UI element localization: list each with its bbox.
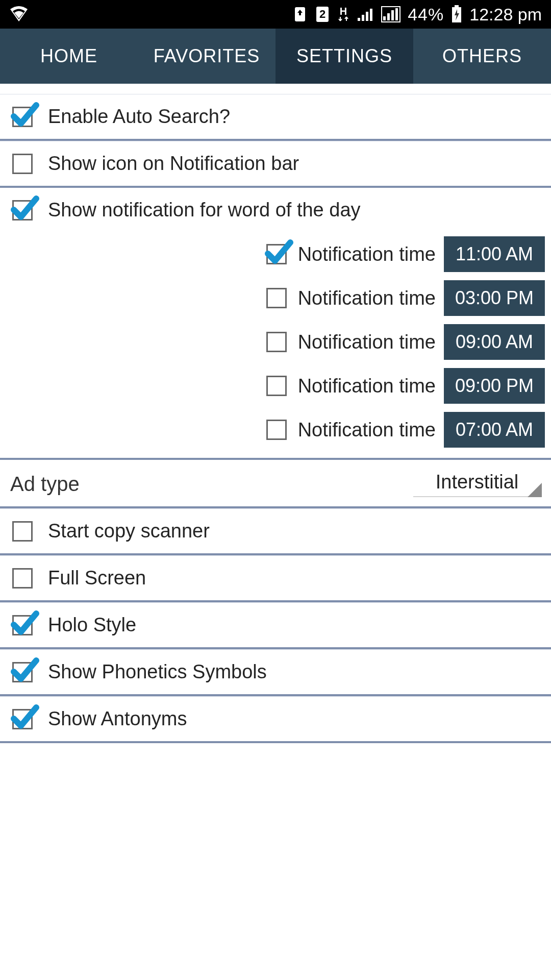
tab-favorites-label: FAVORITES [154, 45, 260, 67]
tab-others[interactable]: OTHERS [413, 29, 551, 84]
label-start-copy-scanner: Start copy scanner [48, 520, 210, 542]
label-show-wotd: Show notification for word of the day [48, 199, 361, 221]
checkbox-notif-time-1[interactable] [266, 288, 287, 308]
tab-bar: HOME FAVORITES SETTINGS OTHERS [0, 29, 551, 84]
checkbox-holo-style[interactable] [12, 615, 33, 635]
checkbox-show-phonetics[interactable] [12, 662, 33, 682]
tab-favorites[interactable]: FAVORITES [138, 29, 276, 84]
notif-time-row-0: Notification time 11:00 AM [0, 232, 551, 276]
svg-rect-4 [358, 18, 360, 21]
data-h-icon: H [337, 6, 349, 23]
notif-time-row-4: Notification time 07:00 AM [0, 408, 551, 458]
checkbox-enable-auto-search[interactable] [12, 107, 33, 127]
sim2-icon: 2 [315, 6, 330, 23]
setting-show-antonyms[interactable]: Show Antonyms [0, 696, 551, 743]
status-bar: 2 H 44% 12:28 pm [0, 0, 551, 29]
battery-percent: 44% [408, 5, 444, 24]
ad-type-value: Interstitial [436, 471, 519, 493]
checkbox-show-wotd[interactable] [12, 200, 33, 220]
setting-show-icon-notif[interactable]: Show icon on Notification bar [0, 141, 551, 188]
settings-content: Enable Auto Search? Show icon on Notific… [0, 84, 551, 743]
label-show-icon-notif: Show icon on Notification bar [48, 153, 299, 175]
checkbox-notif-time-3[interactable] [266, 376, 287, 396]
svg-rect-6 [366, 12, 368, 21]
ad-type-select[interactable]: Interstitial [413, 471, 541, 497]
svg-text:H: H [340, 6, 347, 17]
update-icon [292, 6, 308, 23]
setting-ad-type: Ad type Interstitial [0, 458, 551, 508]
checkbox-show-antonyms[interactable] [12, 709, 33, 729]
battery-charging-icon [451, 5, 462, 23]
setting-show-phonetics[interactable]: Show Phonetics Symbols [0, 649, 551, 696]
label-notif-time-1: Notification time [298, 287, 436, 309]
notif-time-row-1: Notification time 03:00 PM [0, 276, 551, 320]
time-button-0[interactable]: 11:00 AM [444, 236, 545, 272]
checkbox-full-screen[interactable] [12, 568, 33, 589]
label-holo-style: Holo Style [48, 614, 136, 636]
label-notif-time-4: Notification time [298, 419, 436, 441]
setting-full-screen[interactable]: Full Screen [0, 555, 551, 602]
checkbox-show-icon-notif[interactable] [12, 154, 33, 174]
label-enable-auto-search: Enable Auto Search? [48, 106, 230, 128]
svg-text:2: 2 [319, 8, 325, 20]
time-button-2[interactable]: 09:00 AM [444, 324, 545, 360]
label-notif-time-0: Notification time [298, 243, 436, 265]
checkbox-notif-time-4[interactable] [266, 420, 287, 440]
label-notif-time-2: Notification time [298, 331, 436, 353]
setting-enable-auto-search[interactable]: Enable Auto Search? [0, 94, 551, 141]
svg-rect-11 [391, 10, 394, 20]
tab-settings-label: SETTINGS [296, 45, 392, 67]
tab-others-label: OTHERS [442, 45, 522, 67]
svg-rect-9 [383, 16, 386, 20]
svg-rect-14 [455, 5, 459, 7]
wifi-icon [9, 6, 29, 22]
label-notif-time-3: Notification time [298, 375, 436, 397]
setting-start-copy-scanner[interactable]: Start copy scanner [0, 508, 551, 555]
checkbox-notif-time-2[interactable] [266, 332, 287, 352]
label-show-antonyms: Show Antonyms [48, 708, 187, 730]
tab-settings[interactable]: SETTINGS [276, 29, 413, 84]
svg-rect-12 [395, 8, 398, 20]
svg-rect-10 [387, 13, 390, 20]
label-show-phonetics: Show Phonetics Symbols [48, 661, 267, 683]
tab-home-label: HOME [40, 45, 97, 67]
time-button-4[interactable]: 07:00 AM [444, 412, 545, 448]
notif-time-row-2: Notification time 09:00 AM [0, 320, 551, 364]
signal-2-icon [381, 6, 400, 22]
svg-rect-7 [370, 9, 372, 21]
status-time: 12:28 pm [469, 5, 542, 24]
notif-time-row-3: Notification time 09:00 PM [0, 364, 551, 408]
time-button-1[interactable]: 03:00 PM [444, 280, 545, 316]
label-ad-type: Ad type [10, 473, 80, 496]
time-button-3[interactable]: 09:00 PM [444, 368, 545, 404]
checkbox-notif-time-0[interactable] [266, 244, 287, 264]
setting-holo-style[interactable]: Holo Style [0, 602, 551, 649]
signal-1-icon [357, 7, 374, 22]
svg-rect-5 [362, 15, 364, 21]
tab-home[interactable]: HOME [0, 29, 138, 84]
setting-show-wotd[interactable]: Show notification for word of the day [0, 188, 551, 232]
checkbox-start-copy-scanner[interactable] [12, 521, 33, 542]
label-full-screen: Full Screen [48, 567, 146, 589]
